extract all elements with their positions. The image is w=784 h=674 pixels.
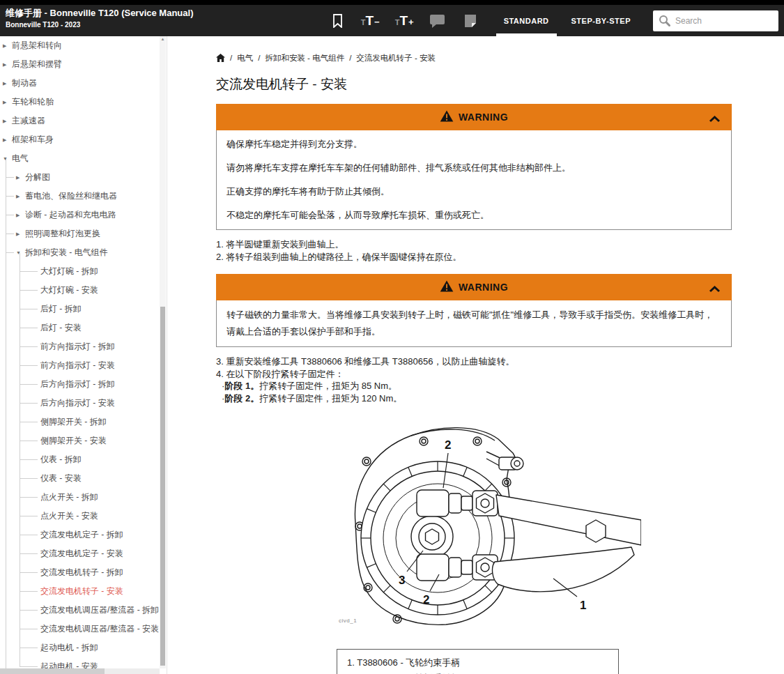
scroll-up-arrow-icon[interactable]: ▲ bbox=[160, 37, 166, 41]
tab-step-by-step-label: STEP-BY-STEP bbox=[571, 17, 631, 25]
sidebar-item[interactable]: 后灯 - 拆卸 bbox=[0, 300, 160, 319]
procedure-substep: ·阶段 1。拧紧转子固定件，扭矩为 85 Nm。 bbox=[216, 380, 732, 392]
sidebar-item[interactable]: 交流发电机定子 - 拆卸 bbox=[0, 526, 160, 544]
sidebar-item-label: 框架和车身 bbox=[12, 134, 54, 146]
sidebar-item[interactable]: ▶ 车轮和轮胎 bbox=[0, 93, 160, 112]
sidebar-item[interactable]: ▼ 拆卸和安装 - 电气组件 bbox=[0, 243, 160, 262]
sidebar-item[interactable]: ▶ 主减速器 bbox=[0, 112, 160, 130]
sidebar-item[interactable]: 后灯 - 安装 bbox=[0, 319, 160, 337]
sidebar-item-label: 交流发电机转子 - 安装 bbox=[40, 585, 123, 597]
sidebar-item[interactable]: 后方向指示灯 - 安装 bbox=[0, 394, 160, 413]
sidebar-item[interactable]: 交流发电机转子 - 拆卸 bbox=[0, 563, 160, 582]
font-increase-button[interactable]: TT+ bbox=[395, 14, 414, 27]
sidebar-item[interactable]: ▼ 电气 bbox=[0, 149, 160, 168]
callout-2-bottom: 2 bbox=[423, 593, 429, 606]
collapse-chevron-icon[interactable] bbox=[709, 283, 721, 296]
sidebar-item-label: 照明调整和灯泡更换 bbox=[25, 228, 100, 240]
sidebar-item[interactable]: ▶ 蓄电池、保险丝和继电器 bbox=[0, 187, 160, 206]
tool-legend-box: 1. T3880606 - 飞轮约束手柄2. T3880656 - 滑轮扳手销组 bbox=[337, 649, 619, 674]
warning-header[interactable]: WARNING bbox=[216, 274, 732, 300]
figure-alternator-rotor: 2 3 2 1 civd_1 bbox=[335, 418, 641, 631]
search-icon bbox=[659, 15, 671, 27]
sidebar-item-label: 车轮和轮胎 bbox=[12, 96, 54, 108]
sidebar-item-label: 交流发电机调压器/整流器 - 安装 bbox=[40, 623, 159, 635]
sidebar-item[interactable]: ▶ 前悬架和转向 bbox=[0, 36, 160, 55]
collapse-chevron-icon[interactable] bbox=[709, 113, 721, 125]
bookmark-icon[interactable] bbox=[332, 14, 343, 28]
sidebar-item[interactable]: 交流发电机调压器/整流器 - 拆卸 bbox=[0, 601, 160, 620]
procedure-step: 1. 将半圆键重新安装到曲轴上。 bbox=[216, 238, 732, 251]
tree-arrow-icon[interactable]: ▶ bbox=[16, 194, 20, 199]
tree-arrow-icon[interactable]: ▶ bbox=[3, 62, 6, 68]
sidebar-item[interactable]: ▶ 照明调整和灯泡更换 bbox=[0, 224, 160, 243]
callout-1: 1 bbox=[580, 599, 586, 612]
search-box bbox=[653, 10, 778, 31]
tree-arrow-icon[interactable]: ▶ bbox=[16, 213, 20, 218]
sidebar-item[interactable]: 起动电机 - 拆卸 bbox=[0, 638, 160, 657]
tab-step-by-step[interactable]: STEP-BY-STEP bbox=[560, 5, 642, 36]
sidebar-item[interactable]: 交流发电机转子 - 安装 bbox=[0, 582, 160, 601]
tree-arrow-icon[interactable]: ▶ bbox=[16, 231, 20, 237]
sidebar-horizontal-scrollbar[interactable] bbox=[0, 668, 160, 674]
tree-arrow-icon[interactable]: ▶ bbox=[3, 81, 6, 86]
sidebar-item[interactable]: 点火开关 - 安装 bbox=[0, 507, 160, 526]
sidebar-item[interactable]: 仪表 - 安装 bbox=[0, 469, 160, 488]
sidebar-item-label: 交流发电机定子 - 安装 bbox=[40, 548, 123, 560]
substep-text: 拧紧转子固定件，扭矩为 120 Nm。 bbox=[259, 393, 402, 404]
vertical-scroll-thumb[interactable] bbox=[160, 307, 165, 666]
procedure-steps-1-2: 1. 将半圆键重新安装到曲轴上。2. 将转子组装到曲轴上的键路径上，确保半圆键保… bbox=[216, 238, 732, 263]
warning-body: 确保摩托车稳定并得到充分支撑。请勿将摩托车支撑在摩托车车架的任何辅助部件、排气系… bbox=[216, 130, 732, 230]
breadcrumb-link[interactable]: 电气 bbox=[237, 53, 253, 63]
breadcrumb-separator: / bbox=[258, 54, 260, 62]
sidebar-item-label: 大灯灯碗 - 拆卸 bbox=[40, 266, 98, 277]
horizontal-scroll-thumb[interactable] bbox=[0, 668, 105, 674]
sidebar-item[interactable]: 大灯灯碗 - 安装 bbox=[0, 281, 160, 300]
sidebar-item-label: 点火开关 - 拆卸 bbox=[40, 491, 98, 503]
breadcrumb-link[interactable]: 交流发电机转子 - 安装 bbox=[356, 53, 436, 63]
page-title: 交流发电机转子 - 安装 bbox=[216, 75, 732, 93]
warning-triangle-icon bbox=[440, 280, 454, 295]
sidebar-item[interactable]: ▶ 后悬架和摆臂 bbox=[0, 55, 160, 74]
sidebar-item[interactable]: 交流发电机定子 - 安装 bbox=[0, 544, 160, 563]
warning-header[interactable]: WARNING bbox=[216, 104, 732, 130]
comment-bubble-icon[interactable] bbox=[429, 14, 445, 28]
sidebar-item[interactable]: 前方向指示灯 - 安装 bbox=[0, 356, 160, 375]
sidebar-item[interactable]: ▶ 制动器 bbox=[0, 74, 160, 93]
note-page-icon[interactable] bbox=[463, 14, 477, 28]
warning-paragraph: 不稳定的摩托车可能会坠落，从而导致摩托车损坏、重伤或死亡。 bbox=[226, 204, 721, 227]
breadcrumb-link[interactable]: 拆卸和安装 - 电气组件 bbox=[265, 53, 344, 63]
sidebar-item[interactable]: 前方向指示灯 - 拆卸 bbox=[0, 337, 160, 356]
tree-arrow-icon[interactable]: ▶ bbox=[3, 100, 6, 105]
manual-subtitle: Bonneville T120 - 2023 bbox=[6, 21, 193, 29]
sidebar-item[interactable]: ▶ 诊断 - 起动器和充电电路 bbox=[0, 206, 160, 224]
tab-standard[interactable]: STANDARD bbox=[493, 5, 560, 36]
tree-arrow-icon[interactable]: ▶ bbox=[3, 118, 6, 124]
home-icon[interactable] bbox=[216, 54, 225, 62]
sidebar-item[interactable]: 侧脚架开关 - 安装 bbox=[0, 431, 160, 450]
tree-arrow-icon[interactable]: ▶ bbox=[3, 43, 6, 49]
procedure-step: 3. 重新安装维修工具 T3880606 和维修工具 T3880656，以防止曲… bbox=[216, 355, 732, 368]
substep-stage-label: 阶段 2。 bbox=[224, 393, 259, 404]
sidebar-item[interactable]: ▶ 框架和车身 bbox=[0, 130, 160, 149]
callout-2-top: 2 bbox=[445, 438, 451, 452]
font-decrease-button[interactable]: TT− bbox=[361, 14, 380, 27]
sidebar-item[interactable]: 大灯灯碗 - 拆卸 bbox=[0, 262, 160, 281]
sidebar-item-label: 分解图 bbox=[25, 171, 50, 183]
search-input[interactable] bbox=[653, 10, 778, 31]
warning-paragraph: 转子磁铁的力量非常大。当将维修工具安装到转子上时，磁铁可能"抓住"维修工具，导致… bbox=[226, 307, 721, 340]
sidebar-item[interactable]: 后方向指示灯 - 拆卸 bbox=[0, 375, 160, 394]
tree-arrow-icon[interactable]: ▶ bbox=[3, 137, 6, 143]
sidebar-item-label: 起动电机 - 拆卸 bbox=[40, 642, 98, 654]
app-window: 维修手册 - Bonneville T120 (Service Manual) … bbox=[0, 0, 784, 674]
sidebar-item[interactable]: 侧脚架开关 - 拆卸 bbox=[0, 413, 160, 431]
sidebar-item-label: 前方向指示灯 - 安装 bbox=[40, 360, 115, 372]
sidebar-item[interactable]: 交流发电机调压器/整流器 - 安装 bbox=[0, 620, 160, 638]
sidebar-item[interactable]: ▶ 分解图 bbox=[0, 168, 160, 187]
sidebar-item-label: 电气 bbox=[12, 153, 29, 164]
tree-arrow-icon[interactable]: ▼ bbox=[3, 156, 8, 161]
tree-arrow-icon[interactable]: ▼ bbox=[16, 250, 21, 255]
sidebar-item[interactable]: 仪表 - 拆卸 bbox=[0, 450, 160, 469]
sidebar-item[interactable]: 点火开关 - 拆卸 bbox=[0, 488, 160, 507]
tree-arrow-icon[interactable]: ▶ bbox=[16, 175, 20, 181]
sidebar-vertical-scrollbar[interactable]: ▲ bbox=[160, 36, 166, 668]
